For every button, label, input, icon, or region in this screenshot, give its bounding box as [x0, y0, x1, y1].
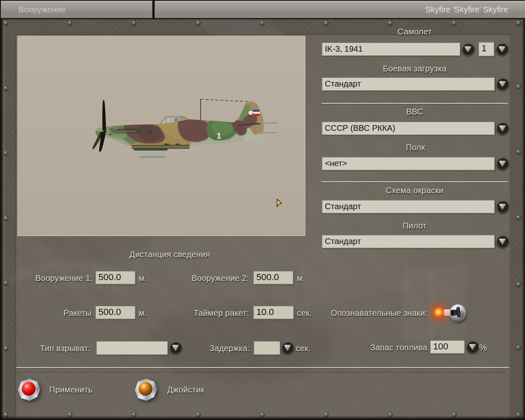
svg-text:1: 1 [217, 131, 221, 140]
